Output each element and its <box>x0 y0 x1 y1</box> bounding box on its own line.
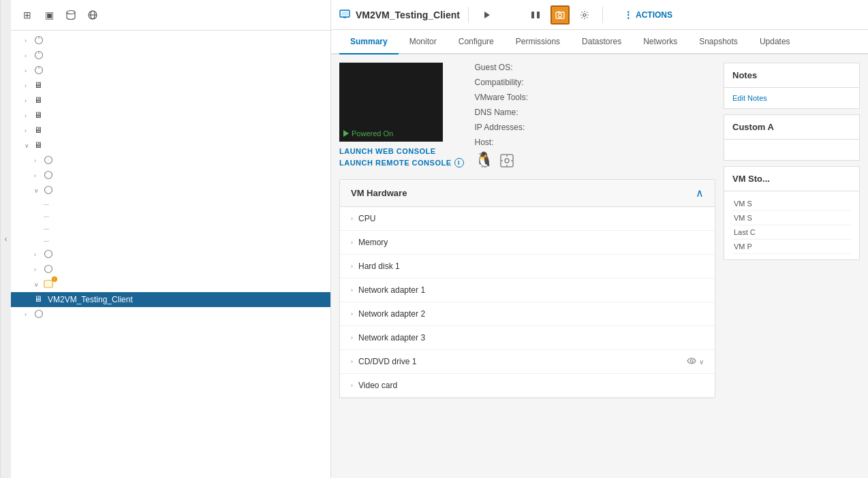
svg-rect-16 <box>44 281 52 287</box>
tab-snapshots[interactable]: Snapshots <box>688 30 749 54</box>
screenshot-button[interactable] <box>551 5 570 25</box>
hardware-header[interactable]: VM Hardware ∧ <box>340 180 715 207</box>
notes-header: Notes <box>724 63 859 88</box>
tree-item-1[interactable]: › <box>11 33 330 48</box>
tab-configure[interactable]: Configure <box>448 30 505 54</box>
tree-item-6[interactable]: › 🖥 <box>11 108 330 123</box>
hw-network-adapter-2-item[interactable]: › Network adapter 2 <box>340 302 715 326</box>
memory-label: Memory <box>358 238 388 247</box>
tree-item-2[interactable]: › <box>11 48 330 63</box>
vm-storage-label-3: Last C <box>732 225 839 240</box>
tree-item-9[interactable]: › <box>11 153 330 168</box>
tree-item-8[interactable]: ∨ 🖥 <box>11 138 330 153</box>
svg-point-30 <box>505 159 509 163</box>
tree-item-5[interactable]: › 🖥 <box>11 93 330 108</box>
powered-on-text: Powered On <box>352 129 393 138</box>
tree-item-3[interactable]: › <box>11 63 330 78</box>
tree-item-selected-vm[interactable]: 🖥 VM2VM_Testing_Client <box>11 292 330 307</box>
dns-name-label: DNS Name: <box>475 108 550 117</box>
tree-item-7[interactable]: › 🖥 <box>11 123 330 138</box>
launch-remote-console-link[interactable]: LAUNCH REMOTE CONSOLE i <box>339 158 464 168</box>
tree-item-13[interactable]: › <box>11 262 330 277</box>
selected-vm-icon: 🖥 <box>34 294 45 305</box>
notes-section: Notes Edit Notes <box>724 63 860 109</box>
hw-network-adapter-3-item[interactable]: › Network adapter 3 <box>340 326 715 350</box>
tab-datastores[interactable]: Datastores <box>571 30 632 54</box>
sidebar-storage-icon[interactable] <box>61 5 80 25</box>
vm-title-icon <box>339 8 350 21</box>
collapse-sidebar-btn[interactable]: ‹ <box>0 0 11 478</box>
tree-item-11d[interactable] <box>11 235 330 247</box>
hw-video-card-item[interactable]: › Video card <box>340 374 715 398</box>
vm-icon <box>44 264 55 275</box>
settings-button[interactable] <box>575 5 594 25</box>
tab-networks[interactable]: Networks <box>632 30 688 54</box>
center-panel: Powered On LAUNCH WEB CONSOLE LAUNCH REM… <box>339 63 715 470</box>
sidebar-hosts-icon[interactable]: ⊞ <box>18 5 37 25</box>
right-panel: Notes Edit Notes Custom A VM Sto... <box>724 63 860 470</box>
dns-name-row: DNS Name: <box>475 108 716 117</box>
tab-summary[interactable]: Summary <box>339 30 399 54</box>
tree-item-4[interactable]: › 🖥 <box>11 78 330 93</box>
custom-header: Custom A <box>724 115 859 140</box>
tab-updates[interactable]: Updates <box>749 30 801 54</box>
launch-remote-console-text: LAUNCH REMOTE CONSOLE <box>339 159 452 167</box>
sidebar-network-icon[interactable] <box>83 5 102 25</box>
chevron-right-icon: › <box>351 287 353 293</box>
svg-point-0 <box>67 11 75 14</box>
edit-notes-link[interactable]: Edit Notes <box>732 94 767 102</box>
tree-item-14[interactable]: ∨ ! <box>11 277 330 292</box>
vm-storage-label-1: VM S <box>732 197 839 211</box>
eye-button[interactable]: ∨ <box>687 357 704 366</box>
hw-cpu-item[interactable]: › CPU <box>340 207 715 231</box>
vm-storage-row-3: Last C <box>732 225 851 240</box>
compatibility-row: Compatibility: <box>475 78 716 87</box>
launch-web-console-link[interactable]: LAUNCH WEB CONSOLE <box>339 147 464 155</box>
vm-folder-icon: 🖥 <box>34 140 45 151</box>
tree-item-11[interactable]: ∨ <box>11 183 330 198</box>
tree-item-11b[interactable] <box>11 210 330 223</box>
hard-disk-label: Hard disk 1 <box>358 261 400 271</box>
hw-memory-item[interactable]: › Memory <box>340 231 715 255</box>
hw-hard-disk-item[interactable]: › Hard disk 1 <box>340 255 715 278</box>
svg-point-11 <box>45 172 52 179</box>
tux-icon: 🐧 <box>475 153 493 171</box>
vm-alert-icon: ! <box>44 279 55 290</box>
chevron-icon: › <box>25 37 34 44</box>
vm-folder-icon: 🖥 <box>34 110 45 121</box>
sidebar-tree: › › › › 🖥 › 🖥 › 🖥 <box>11 31 330 478</box>
tabs-bar: Summary Monitor Configure Permissions Da… <box>331 30 868 54</box>
vm-icon <box>44 170 55 181</box>
chevron-icon: › <box>25 82 34 89</box>
chevron-icon: ∨ <box>34 281 44 288</box>
vm-storage-row-2: VM S <box>732 211 851 225</box>
host-icons: 🐧 <box>475 153 716 171</box>
sidebar-vms-icon[interactable]: ▣ <box>40 5 59 25</box>
svg-marker-21 <box>484 12 490 18</box>
actions-label: ACTIONS <box>636 10 672 20</box>
suspend-button[interactable] <box>526 5 545 25</box>
hw-cd-dvd-item[interactable]: › CD/DVD drive 1 ∨ <box>340 350 715 374</box>
vm-storage-value-3 <box>839 225 852 240</box>
host-config-icon <box>499 153 515 171</box>
tab-permissions[interactable]: Permissions <box>505 30 571 54</box>
tree-item-12[interactable]: › <box>11 247 330 262</box>
hw-network-adapter-1-item[interactable]: › Network adapter 1 <box>340 278 715 302</box>
chevron-icon: › <box>34 266 44 273</box>
svg-point-13 <box>45 251 52 258</box>
vm-storage-value-1 <box>839 197 852 211</box>
tree-item-11a[interactable] <box>11 198 330 210</box>
ip-addresses-label: IP Addresses: <box>475 123 550 132</box>
tree-item-10[interactable]: › <box>11 168 330 183</box>
chevron-icon: › <box>25 112 34 119</box>
tree-item-11c[interactable] <box>11 223 330 235</box>
tree-item-bottom-1[interactable]: › <box>11 307 330 322</box>
tab-monitor[interactable]: Monitor <box>399 30 448 54</box>
actions-button[interactable]: ⋮ ACTIONS <box>617 7 679 23</box>
power-off-button[interactable] <box>501 5 521 25</box>
powered-on-status: Powered On <box>343 129 393 138</box>
power-on-button[interactable] <box>477 5 496 25</box>
vm-folder-icon: 🖥 <box>34 95 45 106</box>
chevron-icon: › <box>34 157 44 164</box>
vm-info: Guest OS: Compatibility: VMware Tools: D… <box>475 63 716 171</box>
